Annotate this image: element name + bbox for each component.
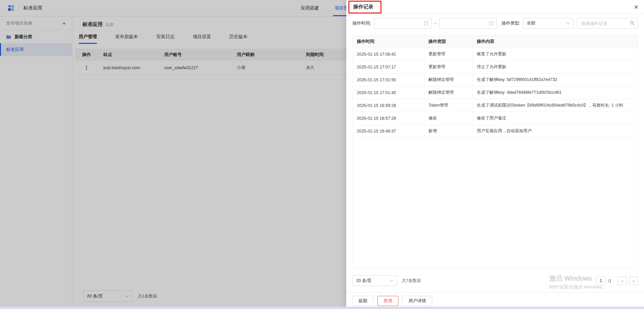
drawer-pagination: 20 条/页 共7条数据 1 /1 ‹ › — [352, 275, 638, 286]
current-page-input[interactable]: 1 — [596, 276, 605, 285]
operation-type-select[interactable]: 全部 — [523, 18, 574, 29]
log-content-cell: 停止了允许更新 — [473, 64, 638, 70]
drawer-footer-button[interactable]: 禁用 — [377, 296, 398, 306]
log-page-size-select[interactable]: 20 条/页 — [352, 275, 397, 286]
prev-page-button[interactable]: ‹ — [618, 276, 627, 285]
calendar-icon — [489, 21, 494, 26]
log-page-size-value: 20 条/页 — [356, 278, 372, 284]
log-type-cell: 更新管理 — [424, 48, 473, 60]
chevron-down-icon — [566, 22, 570, 25]
log-table-header: 操作时间 操作类型 操作内容 — [353, 35, 638, 48]
log-content-cell: 用户安装应用，自动添加用户 — [473, 128, 638, 134]
log-time-cell: 2025-01-15 17:07:17 — [353, 61, 424, 73]
log-type-cell: 修改 — [424, 112, 473, 124]
log-type-cell: 新增 — [424, 125, 473, 137]
log-type-cell: Token管理 — [424, 99, 473, 112]
log-table-row: 2025-01-15 17:08:42 更新管理 恢复了允许更新 — [353, 48, 638, 61]
search-icon — [630, 21, 635, 26]
log-time-cell: 2025-01-15 16:49:37 — [353, 125, 424, 137]
log-table-row: 2025-01-15 17:01:55 解除绑定管理 生成了解绑key: faf… — [353, 74, 638, 86]
log-table-body: 2025-01-15 17:08:42 更新管理 恢复了允许更新 2025-01… — [353, 48, 638, 138]
drawer-footer-button[interactable]: 用户详情 — [402, 296, 432, 306]
log-type-cell: 更新管理 — [424, 61, 473, 73]
log-table-row: 2025-01-15 17:01:40 解除绑定管理 生成了解绑key: 4de… — [353, 86, 638, 99]
range-separator: ~ — [434, 21, 437, 26]
operation-log-drawer: 操作记录 ✕ 操作时间: ~ — [346, 0, 644, 309]
end-date-input[interactable] — [439, 18, 497, 29]
screen: 标准应用 应用搭建 项目管理 发布项目列表 + 新建分类 标准应用 标准应用 — [0, 0, 644, 309]
search-wrap — [577, 18, 638, 29]
log-time-cell: 2025-01-15 17:08:42 — [353, 48, 424, 60]
log-total-count: 共7条数据 — [402, 278, 421, 284]
log-type-cell: 解除绑定管理 — [424, 74, 473, 86]
log-type-cell: 解除绑定管理 — [424, 86, 473, 99]
log-time-cell: 2025-01-15 17:01:40 — [353, 86, 424, 99]
page-nav: 1 /1 ‹ › — [596, 276, 638, 285]
log-table-header-cell: 操作内容 — [473, 38, 638, 45]
calendar-icon — [424, 21, 428, 26]
log-time-cell: 2025-01-15 17:01:55 — [353, 74, 424, 86]
drawer-header: 操作记录 ✕ — [346, 0, 644, 14]
time-filter-label: 操作时间: — [352, 20, 371, 26]
operation-log-table: 操作时间 操作类型 操作内容 2025-01-15 17:08:42 更新管理 … — [352, 35, 638, 268]
type-filter-label: 操作类型: — [501, 20, 520, 26]
next-page-button[interactable]: › — [629, 276, 638, 285]
operation-type-value: 全部 — [527, 20, 536, 26]
chevron-down-icon — [390, 280, 393, 282]
log-time-cell: 2025-01-15 16:59:28 — [353, 99, 424, 112]
log-table-header-cell: 操作类型 — [424, 35, 473, 48]
taskbar-edge — [0, 307, 644, 309]
start-date-input[interactable] — [374, 18, 431, 29]
log-table-row: 2025-01-15 17:07:17 更新管理 停止了允许更新 — [353, 61, 638, 74]
log-content-cell: 生成了调试权限访问token【69d99f024c854ed879b5c4c0】… — [473, 103, 638, 108]
log-table-row: 2025-01-15 16:49:37 新增 用户安装应用，自动添加用户 — [353, 125, 638, 138]
log-content-cell: 生成了解绑key: faf7296f00141ff82a7e4732 — [473, 77, 638, 83]
log-table-row: 2025-01-15 16:59:28 Token管理 生成了调试权限访问tok… — [353, 99, 638, 112]
page-of-total: /1 — [608, 278, 612, 283]
drawer-footer-button[interactable]: 延期 — [352, 296, 373, 306]
drawer-filters: 操作时间: ~ 操作类型: 全部 — [346, 14, 644, 32]
log-time-cell: 2025-01-15 16:57:29 — [353, 112, 424, 124]
log-table-row: 2025-01-15 16:57:29 修改 修改了用户备注 — [353, 112, 638, 125]
log-content-cell: 恢复了允许更新 — [473, 51, 638, 57]
log-table-header-cell: 操作时间 — [353, 35, 424, 48]
search-input[interactable] — [577, 18, 638, 29]
close-icon[interactable]: ✕ — [634, 4, 639, 10]
log-content-cell: 修改了用户备注 — [473, 115, 638, 121]
drawer-title: 操作记录 — [353, 4, 373, 10]
log-content-cell: 生成了解绑key: 4ded76488fe771d0b7bcc461 — [473, 90, 638, 95]
